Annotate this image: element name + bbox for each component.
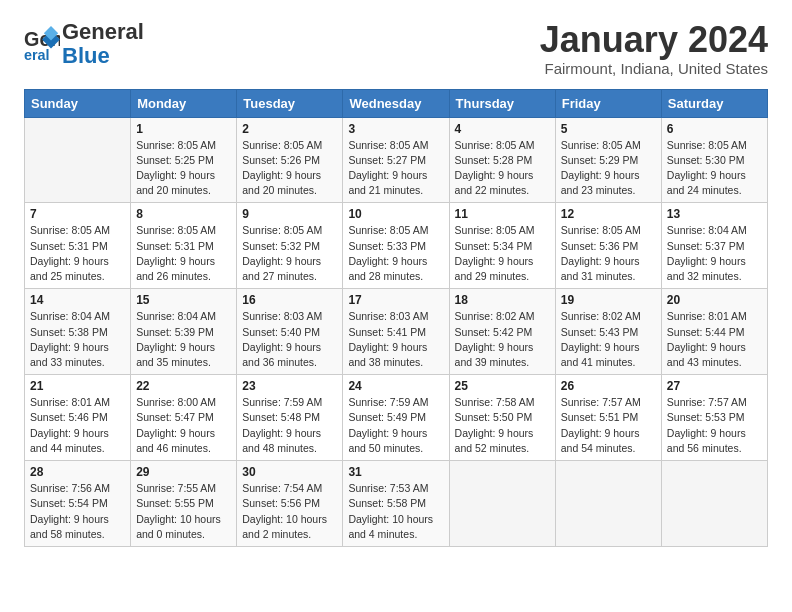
day-detail: Sunrise: 8:04 AMSunset: 5:37 PMDaylight:… <box>667 223 762 284</box>
day-detail: Sunrise: 8:02 AMSunset: 5:42 PMDaylight:… <box>455 309 550 370</box>
day-detail: Sunrise: 8:00 AMSunset: 5:47 PMDaylight:… <box>136 395 231 456</box>
day-cell: 29Sunrise: 7:55 AMSunset: 5:55 PMDayligh… <box>131 461 237 547</box>
day-cell <box>25 117 131 203</box>
day-cell: 21Sunrise: 8:01 AMSunset: 5:46 PMDayligh… <box>25 375 131 461</box>
day-number: 5 <box>561 122 656 136</box>
week-row-4: 21Sunrise: 8:01 AMSunset: 5:46 PMDayligh… <box>25 375 768 461</box>
day-number: 11 <box>455 207 550 221</box>
day-cell: 23Sunrise: 7:59 AMSunset: 5:48 PMDayligh… <box>237 375 343 461</box>
day-detail: Sunrise: 8:05 AMSunset: 5:31 PMDaylight:… <box>136 223 231 284</box>
day-cell: 30Sunrise: 7:54 AMSunset: 5:56 PMDayligh… <box>237 461 343 547</box>
day-detail: Sunrise: 8:05 AMSunset: 5:32 PMDaylight:… <box>242 223 337 284</box>
day-detail: Sunrise: 7:57 AMSunset: 5:51 PMDaylight:… <box>561 395 656 456</box>
day-detail: Sunrise: 8:05 AMSunset: 5:30 PMDaylight:… <box>667 138 762 199</box>
day-cell: 10Sunrise: 8:05 AMSunset: 5:33 PMDayligh… <box>343 203 449 289</box>
day-detail: Sunrise: 8:05 AMSunset: 5:34 PMDaylight:… <box>455 223 550 284</box>
day-cell: 15Sunrise: 8:04 AMSunset: 5:39 PMDayligh… <box>131 289 237 375</box>
logo-text: General Blue <box>62 20 144 68</box>
day-number: 19 <box>561 293 656 307</box>
day-cell <box>661 461 767 547</box>
calendar-table: SundayMondayTuesdayWednesdayThursdayFrid… <box>24 89 768 547</box>
day-detail: Sunrise: 7:59 AMSunset: 5:48 PMDaylight:… <box>242 395 337 456</box>
day-cell: 11Sunrise: 8:05 AMSunset: 5:34 PMDayligh… <box>449 203 555 289</box>
day-cell: 12Sunrise: 8:05 AMSunset: 5:36 PMDayligh… <box>555 203 661 289</box>
day-detail: Sunrise: 8:05 AMSunset: 5:28 PMDaylight:… <box>455 138 550 199</box>
day-cell: 1Sunrise: 8:05 AMSunset: 5:25 PMDaylight… <box>131 117 237 203</box>
day-detail: Sunrise: 8:05 AMSunset: 5:29 PMDaylight:… <box>561 138 656 199</box>
logo-general: General <box>62 19 144 44</box>
header-day-thursday: Thursday <box>449 89 555 117</box>
day-number: 15 <box>136 293 231 307</box>
day-detail: Sunrise: 8:03 AMSunset: 5:41 PMDaylight:… <box>348 309 443 370</box>
day-cell <box>449 461 555 547</box>
day-cell: 3Sunrise: 8:05 AMSunset: 5:27 PMDaylight… <box>343 117 449 203</box>
title-block: January 2024 Fairmount, Indiana, United … <box>540 20 768 77</box>
day-number: 28 <box>30 465 125 479</box>
header-day-sunday: Sunday <box>25 89 131 117</box>
day-cell: 19Sunrise: 8:02 AMSunset: 5:43 PMDayligh… <box>555 289 661 375</box>
day-cell: 14Sunrise: 8:04 AMSunset: 5:38 PMDayligh… <box>25 289 131 375</box>
day-number: 22 <box>136 379 231 393</box>
day-detail: Sunrise: 8:03 AMSunset: 5:40 PMDaylight:… <box>242 309 337 370</box>
day-detail: Sunrise: 7:58 AMSunset: 5:50 PMDaylight:… <box>455 395 550 456</box>
day-number: 30 <box>242 465 337 479</box>
day-detail: Sunrise: 8:05 AMSunset: 5:36 PMDaylight:… <box>561 223 656 284</box>
day-cell: 4Sunrise: 8:05 AMSunset: 5:28 PMDaylight… <box>449 117 555 203</box>
day-detail: Sunrise: 8:05 AMSunset: 5:33 PMDaylight:… <box>348 223 443 284</box>
calendar-header: SundayMondayTuesdayWednesdayThursdayFrid… <box>25 89 768 117</box>
day-cell: 17Sunrise: 8:03 AMSunset: 5:41 PMDayligh… <box>343 289 449 375</box>
day-cell: 6Sunrise: 8:05 AMSunset: 5:30 PMDaylight… <box>661 117 767 203</box>
week-row-2: 7Sunrise: 8:05 AMSunset: 5:31 PMDaylight… <box>25 203 768 289</box>
day-cell <box>555 461 661 547</box>
day-number: 31 <box>348 465 443 479</box>
day-number: 16 <box>242 293 337 307</box>
logo-icon: Gen eral <box>24 26 60 62</box>
day-number: 24 <box>348 379 443 393</box>
day-cell: 31Sunrise: 7:53 AMSunset: 5:58 PMDayligh… <box>343 461 449 547</box>
day-detail: Sunrise: 8:01 AMSunset: 5:44 PMDaylight:… <box>667 309 762 370</box>
day-number: 27 <box>667 379 762 393</box>
day-detail: Sunrise: 8:04 AMSunset: 5:38 PMDaylight:… <box>30 309 125 370</box>
day-cell: 25Sunrise: 7:58 AMSunset: 5:50 PMDayligh… <box>449 375 555 461</box>
day-cell: 24Sunrise: 7:59 AMSunset: 5:49 PMDayligh… <box>343 375 449 461</box>
day-number: 10 <box>348 207 443 221</box>
day-detail: Sunrise: 7:53 AMSunset: 5:58 PMDaylight:… <box>348 481 443 542</box>
header-day-wednesday: Wednesday <box>343 89 449 117</box>
day-number: 14 <box>30 293 125 307</box>
day-number: 2 <box>242 122 337 136</box>
header: Gen eral General Blue January 2024 Fairm… <box>24 20 768 77</box>
header-day-monday: Monday <box>131 89 237 117</box>
day-detail: Sunrise: 8:05 AMSunset: 5:31 PMDaylight:… <box>30 223 125 284</box>
week-row-1: 1Sunrise: 8:05 AMSunset: 5:25 PMDaylight… <box>25 117 768 203</box>
day-detail: Sunrise: 7:57 AMSunset: 5:53 PMDaylight:… <box>667 395 762 456</box>
day-cell: 22Sunrise: 8:00 AMSunset: 5:47 PMDayligh… <box>131 375 237 461</box>
day-detail: Sunrise: 7:55 AMSunset: 5:55 PMDaylight:… <box>136 481 231 542</box>
calendar-body: 1Sunrise: 8:05 AMSunset: 5:25 PMDaylight… <box>25 117 768 546</box>
day-number: 6 <box>667 122 762 136</box>
day-detail: Sunrise: 7:56 AMSunset: 5:54 PMDaylight:… <box>30 481 125 542</box>
day-cell: 18Sunrise: 8:02 AMSunset: 5:42 PMDayligh… <box>449 289 555 375</box>
day-cell: 26Sunrise: 7:57 AMSunset: 5:51 PMDayligh… <box>555 375 661 461</box>
svg-text:eral: eral <box>24 47 50 62</box>
logo: Gen eral General Blue <box>24 20 144 68</box>
day-number: 3 <box>348 122 443 136</box>
day-cell: 20Sunrise: 8:01 AMSunset: 5:44 PMDayligh… <box>661 289 767 375</box>
day-cell: 8Sunrise: 8:05 AMSunset: 5:31 PMDaylight… <box>131 203 237 289</box>
calendar-subtitle: Fairmount, Indiana, United States <box>540 60 768 77</box>
day-number: 17 <box>348 293 443 307</box>
day-cell: 16Sunrise: 8:03 AMSunset: 5:40 PMDayligh… <box>237 289 343 375</box>
day-detail: Sunrise: 7:54 AMSunset: 5:56 PMDaylight:… <box>242 481 337 542</box>
day-cell: 5Sunrise: 8:05 AMSunset: 5:29 PMDaylight… <box>555 117 661 203</box>
day-number: 25 <box>455 379 550 393</box>
page: Gen eral General Blue January 2024 Fairm… <box>0 0 792 567</box>
day-number: 26 <box>561 379 656 393</box>
header-day-friday: Friday <box>555 89 661 117</box>
day-detail: Sunrise: 7:59 AMSunset: 5:49 PMDaylight:… <box>348 395 443 456</box>
day-detail: Sunrise: 8:05 AMSunset: 5:26 PMDaylight:… <box>242 138 337 199</box>
day-detail: Sunrise: 8:05 AMSunset: 5:25 PMDaylight:… <box>136 138 231 199</box>
week-row-5: 28Sunrise: 7:56 AMSunset: 5:54 PMDayligh… <box>25 461 768 547</box>
day-number: 9 <box>242 207 337 221</box>
day-cell: 2Sunrise: 8:05 AMSunset: 5:26 PMDaylight… <box>237 117 343 203</box>
day-detail: Sunrise: 8:04 AMSunset: 5:39 PMDaylight:… <box>136 309 231 370</box>
header-day-saturday: Saturday <box>661 89 767 117</box>
